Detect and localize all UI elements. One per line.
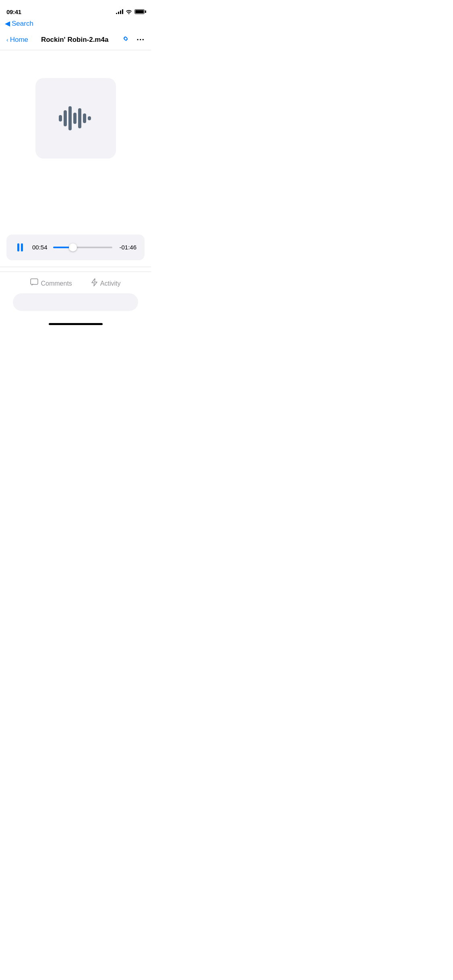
status-time: 09:41 (6, 8, 21, 15)
search-back-button[interactable]: Search (12, 20, 33, 28)
svg-rect-4 (78, 108, 81, 128)
svg-rect-6 (88, 116, 91, 120)
progress-thumb[interactable] (69, 243, 77, 251)
home-back-button[interactable]: ‹ Home (6, 36, 28, 44)
remaining-time: -01:46 (117, 244, 137, 251)
activity-label: Activity (100, 280, 121, 287)
nav-home-label: Home (10, 36, 28, 44)
home-indicator (0, 320, 151, 327)
status-icons (116, 9, 145, 14)
bottom-tabs: Comments Activity (0, 272, 151, 293)
page: 09:41 ◀ Search ‹ Home Rockin' Robin-2.m4 (0, 0, 151, 327)
pause-icon (17, 243, 25, 251)
wifi-icon (126, 9, 132, 14)
nav-actions: ··· (121, 34, 145, 45)
comments-icon (30, 278, 38, 288)
nav-title: Rockin' Robin-2.m4a (31, 36, 118, 44)
pause-button[interactable] (14, 241, 27, 254)
nav-bar: ‹ Home Rockin' Robin-2.m4a ··· (0, 31, 151, 50)
nav-chevron-icon: ‹ (6, 37, 8, 43)
current-time: 00:54 (32, 244, 48, 251)
divider (0, 267, 151, 267)
search-back-row[interactable]: ◀ Search (0, 18, 151, 31)
tab-comments[interactable]: Comments (30, 278, 72, 288)
waveform-icon (52, 102, 100, 134)
tab-activity[interactable]: Activity (91, 278, 121, 288)
content-area (0, 50, 151, 235)
comment-input-area (0, 293, 151, 316)
svg-rect-1 (64, 110, 67, 126)
comment-input[interactable] (13, 293, 138, 311)
battery-icon (134, 9, 145, 14)
back-chevron-icon: ◀ (5, 19, 10, 28)
progress-track (53, 247, 112, 248)
svg-rect-2 (68, 106, 72, 130)
player-bar: 00:54 -01:46 (6, 235, 145, 260)
progress-bar[interactable] (53, 247, 112, 248)
link-icon[interactable] (121, 34, 130, 45)
svg-rect-3 (73, 113, 77, 124)
svg-rect-0 (59, 115, 62, 121)
svg-rect-5 (83, 113, 86, 123)
audio-artwork (35, 78, 116, 159)
more-options-icon[interactable]: ··· (137, 35, 145, 44)
activity-icon (91, 278, 98, 288)
home-bar (49, 323, 103, 325)
svg-rect-7 (31, 279, 38, 284)
comments-label: Comments (41, 280, 72, 287)
status-bar: 09:41 (0, 0, 151, 18)
signal-icon (116, 9, 123, 14)
